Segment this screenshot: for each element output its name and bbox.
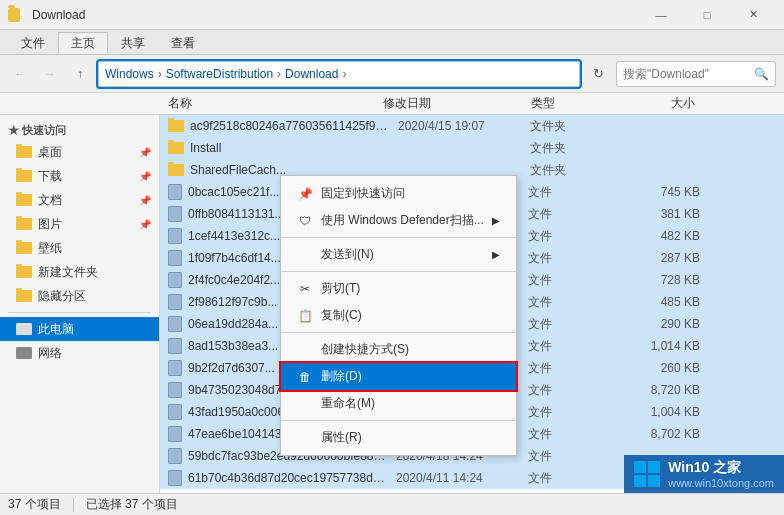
folder-icon <box>16 266 32 278</box>
file-name: Install <box>190 141 390 155</box>
sidebar-item-documents[interactable]: 文档 📌 <box>0 188 159 212</box>
tab-home[interactable]: 主页 <box>58 32 108 54</box>
ctx-send-to[interactable]: 发送到(N) <box>281 241 516 268</box>
breadcrumb-download[interactable]: Download <box>285 67 338 81</box>
maximize-button[interactable]: □ <box>684 0 730 30</box>
folder-icon <box>16 170 32 182</box>
file-icon <box>168 404 182 420</box>
status-bar: 37 个项目 已选择 37 个项目 <box>0 493 784 515</box>
ribbon-tabs: 文件 主页 共享 查看 <box>0 30 784 54</box>
folder-icon <box>16 218 32 230</box>
computer-icon <box>16 323 32 335</box>
file-type: 文件 <box>528 360 628 377</box>
sidebar-item-this-pc[interactable]: 此电脑 <box>0 317 159 341</box>
file-icon <box>168 250 182 266</box>
refresh-button[interactable]: ↻ <box>586 62 610 86</box>
file-size: 1,004 KB <box>628 405 708 419</box>
cut-icon: ✂ <box>297 281 313 297</box>
ctx-properties[interactable]: 属性(R) <box>281 424 516 451</box>
network-icon <box>16 347 32 359</box>
back-button[interactable]: ← <box>8 62 32 86</box>
file-size: 260 KB <box>628 361 708 375</box>
breadcrumb-software-distribution[interactable]: SoftwareDistribution <box>166 67 273 81</box>
file-type: 文件 <box>528 338 628 355</box>
ctx-divider <box>281 237 516 238</box>
file-type: 文件 <box>528 382 628 399</box>
folder-icon <box>16 194 32 206</box>
minimize-button[interactable]: — <box>638 0 684 30</box>
search-input[interactable] <box>623 67 754 81</box>
address-box[interactable]: Windows › SoftwareDistribution › Downloa… <box>98 61 580 87</box>
file-size: 8,702 KB <box>628 427 708 441</box>
breadcrumb: Windows › SoftwareDistribution › Downloa… <box>105 67 348 81</box>
file-icon <box>168 360 182 376</box>
ctx-windows-defender[interactable]: 🛡 使用 Windows Defender扫描... <box>281 207 516 234</box>
up-button[interactable]: ↑ <box>68 62 92 86</box>
ctx-delete[interactable]: 🗑 删除(D) <box>281 363 516 390</box>
copy-icon: 📋 <box>297 308 313 324</box>
ctx-pin-to-quick-access[interactable]: 📌 固定到快速访问 <box>281 180 516 207</box>
file-icon <box>168 338 182 354</box>
file-icon <box>168 382 182 398</box>
file-size: 485 KB <box>628 295 708 309</box>
tab-share[interactable]: 共享 <box>108 32 158 54</box>
pin-icon: 📌 <box>139 171 151 182</box>
breadcrumb-windows[interactable]: Windows <box>105 67 154 81</box>
file-type: 文件 <box>528 272 628 289</box>
tab-file[interactable]: 文件 <box>8 32 58 54</box>
watermark-url: www.win10xtong.com <box>668 477 774 489</box>
watermark: Win10 之家 www.win10xtong.com <box>624 455 784 493</box>
forward-button[interactable]: → <box>38 62 62 86</box>
table-row[interactable]: Install 文件夹 <box>160 137 784 159</box>
ctx-create-shortcut[interactable]: 创建快捷方式(S) <box>281 336 516 363</box>
ctx-rename[interactable]: 重命名(M) <box>281 390 516 417</box>
status-selected-count: 已选择 37 个项目 <box>86 496 178 513</box>
sidebar-item-download[interactable]: 下载 📌 <box>0 164 159 188</box>
file-icon <box>168 294 182 310</box>
folder-icon <box>16 146 32 158</box>
sidebar-item-hidden-partition[interactable]: 隐藏分区 <box>0 284 159 308</box>
file-name: 61b70c4b36d87d20cec19757738d9d... <box>188 471 388 485</box>
search-box[interactable]: 🔍 <box>616 61 776 87</box>
file-type: 文件 <box>528 228 628 245</box>
file-type: 文件 <box>528 294 628 311</box>
file-size: 290 KB <box>628 317 708 331</box>
folder-icon <box>168 142 184 154</box>
file-icon <box>168 426 182 442</box>
file-type: 文件 <box>528 206 628 223</box>
file-date: 2020/4/11 14:24 <box>388 471 528 485</box>
file-type: 文件夹 <box>530 140 630 157</box>
sidebar-item-desktop[interactable]: 桌面 📌 <box>0 140 159 164</box>
ctx-divider <box>281 332 516 333</box>
properties-icon <box>297 430 313 446</box>
sidebar-item-network[interactable]: 网络 <box>0 341 159 365</box>
tab-view[interactable]: 查看 <box>158 32 208 54</box>
file-icon <box>168 206 182 222</box>
file-size: 1,014 KB <box>628 339 708 353</box>
ctx-copy[interactable]: 📋 复制(C) <box>281 302 516 329</box>
col-header-type: 类型 <box>523 95 623 112</box>
sidebar-section-quick-access: ★ 快速访问 <box>0 119 159 140</box>
col-header-size: 大小 <box>623 95 703 112</box>
file-type: 文件 <box>528 448 628 465</box>
sidebar: ★ 快速访问 桌面 📌 下载 📌 文档 📌 图片 📌 <box>0 115 160 494</box>
ctx-divider <box>281 271 516 272</box>
table-row[interactable]: ac9f2518c80246a776035611425f9a57 2020/4/… <box>160 115 784 137</box>
file-icon <box>168 272 182 288</box>
status-item-count: 37 个项目 <box>8 496 61 513</box>
sidebar-item-pictures[interactable]: 图片 📌 <box>0 212 159 236</box>
shortcut-icon <box>297 342 313 358</box>
col-header-name: 名称 <box>160 95 375 112</box>
file-type: 文件 <box>528 426 628 443</box>
ctx-cut[interactable]: ✂ 剪切(T) <box>281 275 516 302</box>
status-separator <box>73 498 74 512</box>
file-icon <box>168 470 182 486</box>
file-date: 2020/4/15 19:07 <box>390 119 530 133</box>
sidebar-divider <box>8 312 151 313</box>
ribbon: 文件 主页 共享 查看 <box>0 30 784 55</box>
folder-icon <box>168 164 184 176</box>
close-button[interactable]: ✕ <box>730 0 776 30</box>
file-type: 文件夹 <box>530 118 630 135</box>
sidebar-item-wallpaper[interactable]: 壁纸 <box>0 236 159 260</box>
sidebar-item-new-folder[interactable]: 新建文件夹 <box>0 260 159 284</box>
